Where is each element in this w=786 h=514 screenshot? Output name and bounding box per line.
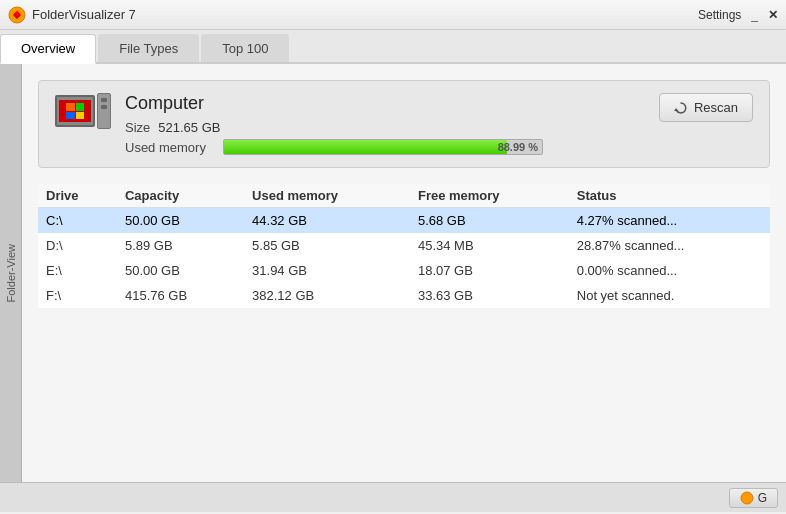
table-header: Drive Capacity Used memory Free memory S…: [38, 184, 770, 208]
cell-capacity-2: 50.00 GB: [117, 258, 244, 283]
cell-drive-0: C:\: [38, 208, 117, 234]
left-sidebar[interactable]: Folder-View: [0, 64, 22, 482]
progress-text: 88.99 %: [498, 141, 538, 153]
monitor-icon: [55, 95, 95, 127]
windows-logo: [66, 103, 84, 119]
app-icon: [8, 6, 26, 24]
app-title: FolderVisualizer 7: [32, 7, 136, 22]
win-quad-2: [76, 103, 85, 111]
computer-info: Computer Size 521.65 GB Used memory 88.9…: [55, 93, 543, 155]
table-row[interactable]: F:\415.76 GB382.12 GB33.63 GBNot yet sca…: [38, 283, 770, 308]
cell-used-1: 5.85 GB: [244, 233, 410, 258]
cell-status-3: Not yet scanned.: [569, 283, 770, 308]
taskbar-app-icon: [740, 491, 754, 505]
cell-status-1: 28.87% scanned...: [569, 233, 770, 258]
content-area: Computer Size 521.65 GB Used memory 88.9…: [22, 64, 786, 482]
rescan-button[interactable]: Rescan: [659, 93, 753, 122]
cell-capacity-1: 5.89 GB: [117, 233, 244, 258]
win-quad-1: [66, 103, 75, 111]
win-quad-4: [76, 112, 85, 120]
col-header-drive: Drive: [38, 184, 117, 208]
memory-row: Used memory 88.99 %: [125, 139, 543, 155]
cell-capacity-3: 415.76 GB: [117, 283, 244, 308]
taskbar-item[interactable]: G: [729, 488, 778, 508]
cell-free-3: 33.63 GB: [410, 283, 569, 308]
size-value: 521.65 GB: [158, 120, 220, 135]
computer-icon: [55, 93, 111, 129]
taskbar-label: G: [758, 491, 767, 505]
cell-free-1: 45.34 MB: [410, 233, 569, 258]
col-header-capacity: Capacity: [117, 184, 244, 208]
cell-status-0: 4.27% scanned...: [569, 208, 770, 234]
computer-details: Computer Size 521.65 GB Used memory 88.9…: [125, 93, 543, 155]
title-bar-left: FolderVisualizer 7: [8, 6, 136, 24]
svg-marker-1: [674, 108, 679, 111]
size-row: Size 521.65 GB: [125, 120, 543, 135]
drive-table: Drive Capacity Used memory Free memory S…: [38, 184, 770, 308]
tower-light-2: [101, 105, 107, 109]
col-header-free: Free memory: [410, 184, 569, 208]
tab-top100[interactable]: Top 100: [201, 34, 289, 62]
settings-link[interactable]: Settings: [698, 8, 741, 22]
cell-status-2: 0.00% scanned...: [569, 258, 770, 283]
tower-icon: [97, 93, 111, 129]
title-bar: FolderVisualizer 7 Settings _ ✕: [0, 0, 786, 30]
col-header-used: Used memory: [244, 184, 410, 208]
tower-light-1: [101, 98, 107, 102]
progress-bar-container: 88.99 %: [223, 139, 543, 155]
size-label: Size: [125, 120, 150, 135]
drive-table-body: C:\50.00 GB44.32 GB5.68 GB4.27% scanned.…: [38, 208, 770, 309]
table-row[interactable]: C:\50.00 GB44.32 GB5.68 GB4.27% scanned.…: [38, 208, 770, 234]
used-memory-label: Used memory: [125, 140, 215, 155]
cell-drive-3: F:\: [38, 283, 117, 308]
cell-used-2: 31.94 GB: [244, 258, 410, 283]
cell-drive-2: E:\: [38, 258, 117, 283]
tab-filetypes[interactable]: File Types: [98, 34, 199, 62]
cell-free-0: 5.68 GB: [410, 208, 569, 234]
computer-card: Computer Size 521.65 GB Used memory 88.9…: [38, 80, 770, 168]
sidebar-label: Folder-View: [5, 244, 17, 303]
cell-drive-1: D:\: [38, 233, 117, 258]
progress-bar-fill: [224, 140, 507, 154]
bottom-bar: G: [0, 482, 786, 512]
cell-used-0: 44.32 GB: [244, 208, 410, 234]
computer-title: Computer: [125, 93, 543, 114]
monitor-screen: [59, 100, 91, 122]
table-row[interactable]: D:\5.89 GB5.85 GB45.34 MB28.87% scanned.…: [38, 233, 770, 258]
refresh-icon: [674, 101, 688, 115]
close-button[interactable]: ✕: [768, 8, 778, 22]
table-header-row: Drive Capacity Used memory Free memory S…: [38, 184, 770, 208]
title-controls: Settings _ ✕: [698, 8, 778, 22]
cell-capacity-0: 50.00 GB: [117, 208, 244, 234]
rescan-label: Rescan: [694, 100, 738, 115]
cell-free-2: 18.07 GB: [410, 258, 569, 283]
main-content: Folder-View: [0, 64, 786, 482]
minimize-button[interactable]: _: [751, 8, 758, 22]
table-row[interactable]: E:\50.00 GB31.94 GB18.07 GB0.00% scanned…: [38, 258, 770, 283]
col-header-status: Status: [569, 184, 770, 208]
tab-bar: Overview File Types Top 100: [0, 30, 786, 64]
win-quad-3: [66, 112, 75, 120]
svg-point-2: [741, 492, 753, 504]
cell-used-3: 382.12 GB: [244, 283, 410, 308]
tab-overview[interactable]: Overview: [0, 34, 96, 64]
